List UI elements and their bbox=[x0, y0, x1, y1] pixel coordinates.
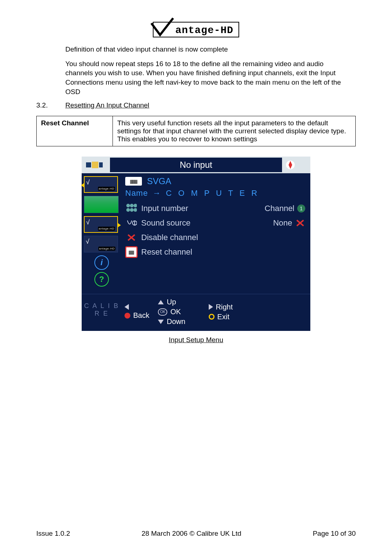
osd-main-panel: ▓▓▓ SVGA Name → C O M P U T E R bbox=[122, 173, 310, 294]
disable-icon bbox=[125, 232, 138, 243]
svg-point-6 bbox=[134, 204, 137, 207]
footer-issue: Issue 1.0.2 bbox=[36, 530, 70, 538]
yellow-ring-icon bbox=[209, 314, 215, 320]
menu-label: Input number bbox=[141, 204, 188, 213]
svg-point-4 bbox=[126, 204, 130, 207]
svg-rect-1 bbox=[92, 162, 98, 168]
table-desc-cell: This very useful function resets all the… bbox=[113, 116, 356, 146]
name-value: C O M P U T E R bbox=[166, 189, 259, 198]
svg-point-8 bbox=[130, 208, 134, 212]
osd-screen: No input √ antage-HD √ bbox=[82, 157, 310, 331]
svg-point-7 bbox=[126, 208, 130, 212]
checkmark-icon bbox=[150, 16, 175, 38]
nav-left-hint bbox=[124, 304, 149, 310]
ok-icon: OK bbox=[158, 308, 167, 316]
sound-value: None bbox=[273, 218, 292, 228]
spacer bbox=[125, 261, 305, 287]
channel-number-badge: 1 bbox=[297, 204, 305, 212]
sidebar-item-selected-out[interactable]: √ antage-HD bbox=[84, 216, 118, 233]
nav-right-hint: Right bbox=[209, 303, 233, 311]
page-footer: Issue 1.0.2 28 March 2006 © Calibre UK L… bbox=[36, 530, 356, 538]
table-row: Reset Channel This very useful function … bbox=[37, 116, 356, 146]
name-label: Name bbox=[125, 189, 148, 198]
menu-item-input-number[interactable]: Input number Channel 1 bbox=[125, 203, 305, 214]
nav-ok-hint: OKOK bbox=[158, 308, 185, 316]
triangle-down-icon bbox=[158, 320, 164, 324]
figure-caption: Input Setup Menu bbox=[36, 336, 356, 344]
section-number: 3.2. bbox=[36, 101, 65, 109]
svg-rect-2 bbox=[99, 162, 103, 167]
body-text-block: Definition of that video input channel i… bbox=[65, 45, 348, 96]
brand-logo-text: antage-HD bbox=[175, 25, 233, 36]
menu-item-disable-channel[interactable]: Disable channel bbox=[125, 232, 305, 243]
footer-nav-hints: Back Up OKOK Down Right Exit bbox=[122, 294, 310, 331]
footer-page: Page 10 of 30 bbox=[313, 530, 356, 538]
menu-label: Sound source bbox=[141, 218, 191, 228]
triangle-up-icon bbox=[158, 300, 164, 304]
menu-label: Reset channel bbox=[141, 247, 192, 257]
keyboard-icon: ▓▓▓ bbox=[125, 177, 142, 186]
section-heading-row: 3.2. Resetting An Input Channel bbox=[36, 101, 356, 109]
sidebar-item[interactable]: √ antage-HD bbox=[84, 236, 118, 252]
section-title: Resetting An Input Channel bbox=[65, 101, 149, 109]
red-dot-icon bbox=[124, 313, 130, 319]
menu-item-sound-source[interactable]: Sound source None bbox=[125, 218, 305, 228]
svg-point-9 bbox=[134, 208, 137, 212]
nav-exit-hint: Exit bbox=[209, 313, 233, 321]
osd-body: √ antage-HD √ antage-HD √ antage-HD i ? bbox=[82, 173, 310, 294]
table-label-cell: Reset Channel bbox=[37, 116, 113, 146]
brand-logo: antage-HD bbox=[153, 22, 239, 37]
osd-titlebar: No input bbox=[82, 157, 310, 173]
triangle-left-icon bbox=[124, 304, 129, 310]
logo-container: antage-HD bbox=[36, 22, 356, 37]
help-icon[interactable]: ? bbox=[94, 272, 109, 287]
osd-footer: C A L I B R E Back Up OKOK Down Right Ex… bbox=[82, 294, 310, 331]
sidebar-picture-thumb[interactable] bbox=[84, 196, 119, 213]
titlebar-left-icon bbox=[85, 159, 107, 170]
svg-point-5 bbox=[130, 204, 134, 207]
name-row: Name → C O M P U T E R bbox=[125, 189, 305, 198]
nav-down-hint: Down bbox=[158, 317, 185, 326]
sidebar-item-selected-in[interactable]: √ antage-HD bbox=[84, 176, 118, 193]
document-page: antage-HD Definition of that video input… bbox=[0, 0, 392, 555]
osd-title: No input bbox=[110, 158, 282, 172]
paragraph-1: Definition of that video input channel i… bbox=[65, 45, 348, 54]
osd-type-row: ▓▓▓ SVGA bbox=[125, 176, 305, 186]
paragraph-2: You should now repeat steps 16 to 18 to … bbox=[65, 59, 348, 97]
titlebar-right-icon bbox=[285, 159, 307, 170]
channel-label: Channel bbox=[265, 204, 294, 213]
nav-up-hint: Up bbox=[158, 298, 185, 306]
menu-label: Disable channel bbox=[141, 233, 198, 242]
osd-sidebar: √ antage-HD √ antage-HD √ antage-HD i ? bbox=[82, 173, 122, 294]
svg-rect-0 bbox=[86, 162, 91, 167]
nav-back-hint: Back bbox=[124, 311, 149, 320]
osd-screenshot-wrap: No input √ antage-HD √ bbox=[36, 157, 356, 344]
numpad-icon bbox=[125, 203, 138, 214]
input-type-label: SVGA bbox=[147, 176, 171, 186]
reset-icon: ▓▓ bbox=[125, 247, 138, 258]
mute-cross-icon bbox=[295, 219, 305, 227]
info-icon[interactable]: i bbox=[94, 255, 109, 270]
reset-channel-table: Reset Channel This very useful function … bbox=[36, 116, 356, 146]
footer-brand: C A L I B R E bbox=[82, 294, 122, 331]
footer-date: 28 March 2006 © Calibre UK Ltd bbox=[142, 530, 241, 538]
menu-item-reset-channel[interactable]: ▓▓ Reset channel bbox=[125, 247, 305, 258]
triangle-right-icon bbox=[209, 304, 213, 310]
audio-icon bbox=[125, 218, 138, 228]
arrow-right-icon: → bbox=[153, 189, 161, 198]
